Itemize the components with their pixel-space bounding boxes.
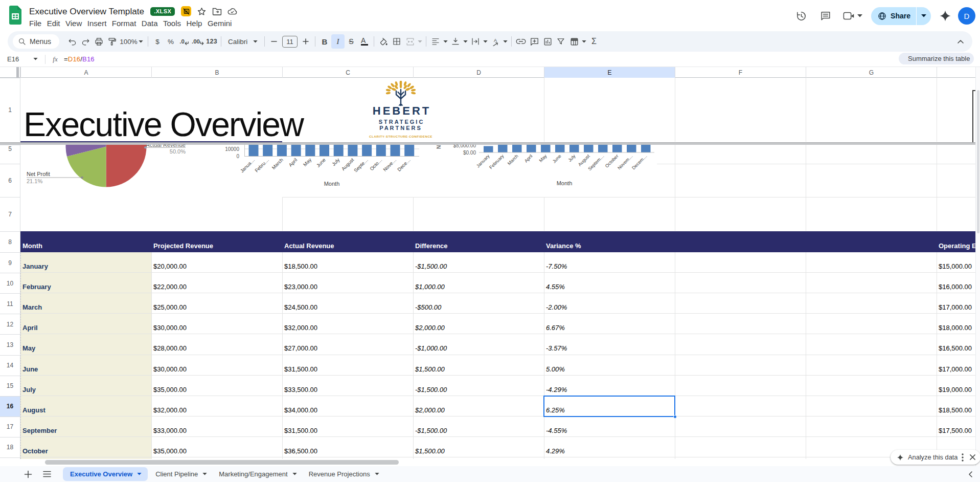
- table-row-10[interactable]: February$22,000.00$23,000.00$1,000.004.5…: [20, 273, 975, 293]
- bold-button[interactable]: B: [318, 34, 331, 49]
- menu-file[interactable]: File: [29, 18, 41, 29]
- italic-button[interactable]: I: [331, 34, 345, 49]
- xlsx-compatibility-icon[interactable]: [181, 6, 191, 16]
- add-sheet-button[interactable]: [20, 467, 36, 482]
- column-header-B[interactable]: B: [151, 67, 282, 78]
- row-header-14[interactable]: 14: [0, 355, 20, 376]
- cell-operating-row12[interactable]: $18,000.00: [939, 324, 972, 332]
- row-header-11[interactable]: 11: [0, 293, 20, 314]
- table-row-13[interactable]: May$28,000.00$27,000.00-$1,000.00-3.57%$…: [20, 334, 975, 355]
- cell-projected-row9[interactable]: $20,000.00: [153, 262, 187, 270]
- cell-projected-row15[interactable]: $35,000.00: [153, 386, 187, 393]
- summarize-table-button[interactable]: Summarize this table: [899, 53, 974, 64]
- text-color-button[interactable]: A: [358, 34, 371, 49]
- text-rotation-button[interactable]: A: [489, 34, 502, 49]
- cell-difference-row9[interactable]: -$1,500.00: [415, 262, 447, 270]
- sheet-tab-marketing-engagement[interactable]: Marketing/Engagement: [215, 467, 301, 481]
- cell-month-row11[interactable]: March: [22, 303, 42, 311]
- insert-comment-button[interactable]: [528, 34, 541, 49]
- paint-format-button[interactable]: [105, 34, 119, 49]
- vertical-scrollbar-thumb[interactable]: [977, 90, 979, 233]
- cloud-status-icon[interactable]: [227, 7, 237, 16]
- analyze-data-button[interactable]: Analyze this data: [891, 450, 980, 465]
- cell-month-row10[interactable]: February: [22, 283, 51, 291]
- horizontal-scrollbar[interactable]: [20, 459, 975, 466]
- version-history-icon[interactable]: [795, 10, 807, 22]
- row-header-13[interactable]: 13: [0, 334, 20, 355]
- menus-search-button[interactable]: Menus: [13, 34, 59, 49]
- cell-variance-row10[interactable]: 4.55%: [546, 283, 565, 291]
- row-header-1[interactable]: 1: [0, 78, 20, 142]
- cell-actual-row10[interactable]: $23,000.00: [284, 283, 317, 291]
- cell-variance-row18[interactable]: 4.29%: [546, 447, 565, 455]
- insert-table-button[interactable]: [567, 34, 581, 49]
- cell-variance-row9[interactable]: -7.50%: [546, 262, 567, 270]
- cell-actual-row11[interactable]: $24,500.00: [284, 303, 317, 311]
- cell-variance-row13[interactable]: -3.57%: [546, 344, 567, 352]
- name-box[interactable]: E16: [0, 55, 41, 63]
- table-row-17[interactable]: September$33,000.00$31,500.00-$1,500.00-…: [20, 417, 975, 437]
- move-folder-icon[interactable]: [212, 7, 222, 16]
- all-sheets-button[interactable]: [39, 467, 55, 482]
- cell-projected-row18[interactable]: $35,000.00: [153, 447, 187, 455]
- cell-month-row12[interactable]: April: [22, 324, 38, 332]
- strikethrough-button[interactable]: S: [345, 34, 358, 49]
- freeze-handle[interactable]: [16, 67, 19, 78]
- cell-operating-row13[interactable]: $16,500.00: [939, 344, 972, 352]
- menu-data[interactable]: Data: [142, 18, 158, 29]
- cell-projected-row11[interactable]: $25,000.00: [153, 303, 187, 311]
- select-all-corner[interactable]: [0, 67, 20, 78]
- cell-month-row13[interactable]: May: [22, 344, 35, 352]
- cell-actual-row13[interactable]: $27,000.00: [284, 344, 317, 352]
- table-header-row[interactable]: MonthProjected RevenueActual RevenueDiff…: [20, 231, 975, 252]
- cell-difference-row11[interactable]: -$500.00: [415, 303, 441, 311]
- sheet-tab-client-pipeline[interactable]: Client Pipeline: [152, 467, 211, 481]
- tab-scroll-left-icon[interactable]: [965, 469, 976, 480]
- column-header-F[interactable]: F: [675, 67, 806, 78]
- formula-input[interactable]: =D16/B16: [64, 55, 95, 63]
- table-row-16[interactable]: August$32,000.00$34,000.00$2,000.006.25%…: [20, 396, 975, 417]
- cell-difference-row12[interactable]: $2,000.00: [415, 324, 445, 332]
- cell-projected-row14[interactable]: $30,000.00: [153, 365, 187, 373]
- gemini-icon[interactable]: [939, 10, 951, 22]
- cell-operating-row15[interactable]: $19,000.00: [939, 386, 972, 393]
- decrease-decimals-button[interactable]: .0: [177, 34, 191, 49]
- cell-operating-row10[interactable]: $16,000.00: [939, 283, 972, 291]
- cell-month-row15[interactable]: July: [22, 386, 36, 393]
- star-icon[interactable]: [197, 7, 207, 16]
- font-size-input[interactable]: 11: [282, 36, 298, 48]
- table-row-18[interactable]: October$35,000.00$36,500.00$1,500.004.29…: [20, 437, 975, 457]
- row-header-16[interactable]: 16: [0, 396, 20, 417]
- row-header-12[interactable]: 12: [0, 314, 20, 334]
- sheet-tab-caret-icon[interactable]: [375, 473, 379, 475]
- insert-link-button[interactable]: [514, 34, 528, 49]
- cell-difference-row16[interactable]: $2,000.00: [415, 406, 445, 414]
- close-icon[interactable]: [969, 454, 976, 461]
- cell-variance-row17[interactable]: -4.55%: [546, 427, 567, 434]
- menu-help[interactable]: Help: [187, 18, 202, 29]
- decrease-font-size-button[interactable]: [267, 34, 281, 49]
- table-row-9[interactable]: January$20,000.00$18,500.00-$1,500.00-7.…: [20, 252, 975, 273]
- frozen-row-1[interactable]: Executive Overview HEBERT STRATEGIC PART…: [20, 78, 975, 142]
- table-row-12[interactable]: April$30,000.00$32,000.00$2,000.006.67%$…: [20, 314, 975, 334]
- cell-month-row9[interactable]: January: [22, 262, 48, 270]
- collapse-toolbar-button[interactable]: [954, 34, 967, 49]
- redo-button[interactable]: [79, 34, 92, 49]
- font-family-control[interactable]: Calibri: [224, 34, 262, 49]
- fill-color-button[interactable]: [377, 34, 390, 49]
- sheet-tab-caret-icon[interactable]: [292, 473, 297, 475]
- functions-button[interactable]: Σ: [587, 34, 601, 49]
- selected-cell-E16[interactable]: [543, 396, 675, 417]
- cell-month-row16[interactable]: August: [22, 406, 45, 414]
- cell-variance-row15[interactable]: -4.29%: [546, 386, 567, 393]
- text-wrap-button[interactable]: [469, 34, 482, 49]
- menu-gemini[interactable]: Gemini: [208, 18, 232, 29]
- sheet-tab-executive-overview[interactable]: Executive Overview: [63, 467, 148, 481]
- cell-actual-row17[interactable]: $31,500.00: [284, 427, 317, 434]
- cell-difference-row13[interactable]: -$1,000.00: [415, 344, 447, 352]
- cell-month-row14[interactable]: June: [22, 365, 38, 373]
- text-rotation-caret-icon[interactable]: [502, 34, 509, 49]
- row-header-15[interactable]: 15: [0, 376, 20, 396]
- cell-operating-row17[interactable]: $17,500.00: [939, 427, 972, 434]
- table-row-14[interactable]: June$30,000.00$31,500.00$1,500.005.00%$1…: [20, 355, 975, 376]
